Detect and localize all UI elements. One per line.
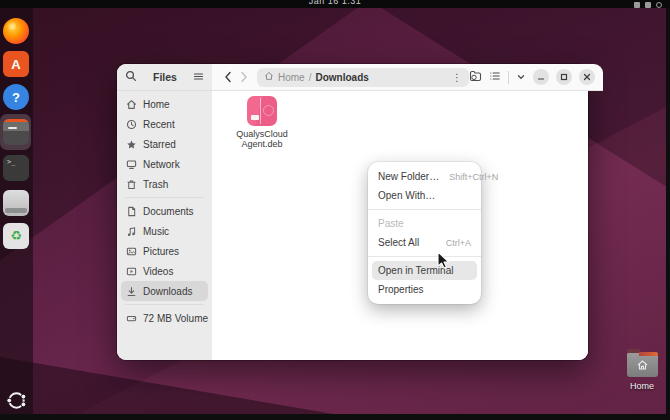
sidebar: Home Recent Starred Network Trash xyxy=(117,91,212,360)
files-app-icon[interactable] xyxy=(3,119,29,145)
firefox-icon[interactable] xyxy=(3,18,29,44)
sidebar-item-trash[interactable]: Trash xyxy=(121,174,208,194)
header-actions xyxy=(469,68,595,86)
sidebar-item-label: Home xyxy=(143,99,170,110)
close-button[interactable] xyxy=(579,69,595,85)
trash-icon[interactable]: ♻ xyxy=(3,223,29,249)
sidebar-item-downloads[interactable]: Downloads xyxy=(121,281,208,301)
files-window: Files Home / Downloads xyxy=(117,64,588,360)
new-tab-icon[interactable] xyxy=(469,68,482,86)
terminal-icon[interactable]: >_ xyxy=(3,155,29,181)
desktop-icon-label: Home xyxy=(620,381,664,391)
sidebar-item-videos[interactable]: Videos xyxy=(121,261,208,281)
sidebar-item-label: 72 MB Volume xyxy=(143,313,208,324)
deb-emblem-icon xyxy=(263,105,274,116)
network-icon xyxy=(634,2,640,8)
sidebar-item-label: Starred xyxy=(143,139,176,150)
sidebar-item-recent[interactable]: Recent xyxy=(121,114,208,134)
screen-edge xyxy=(0,414,670,420)
forward-button[interactable] xyxy=(236,69,252,85)
volume-icon xyxy=(645,2,651,8)
back-button[interactable] xyxy=(220,69,236,85)
path-more-icon[interactable]: ⋮ xyxy=(452,72,462,83)
sidebar-item-label: Pictures xyxy=(143,246,179,257)
sidebar-item-label: Recent xyxy=(143,119,175,130)
minimize-button[interactable] xyxy=(533,69,549,85)
menu-item-properties[interactable]: Properties xyxy=(372,280,477,299)
menu-item-paste[interactable]: Paste xyxy=(372,214,477,233)
sidebar-headerbar: Files xyxy=(117,64,212,91)
sidebar-item-documents[interactable]: Documents xyxy=(121,201,208,221)
hamburger-menu-icon[interactable] xyxy=(193,68,204,86)
context-menu: New Folder… Shift+Ctrl+N Open With… Past… xyxy=(368,162,481,304)
file-name-label: QualysCloud Agent.deb xyxy=(230,129,294,149)
shortcut-label: Ctrl+A xyxy=(446,238,471,248)
menu-item-select-all[interactable]: Select All Ctrl+A xyxy=(372,233,477,252)
top-panel: Jan 16 1:31 xyxy=(0,0,670,8)
window-title: Files xyxy=(137,71,193,83)
divider xyxy=(508,71,509,84)
sidebar-item-starred[interactable]: Starred xyxy=(121,134,208,154)
breadcrumb[interactable]: Home / Downloads ⋮ xyxy=(257,68,469,87)
deb-package-icon xyxy=(247,96,277,126)
home-folder-icon xyxy=(627,352,658,377)
menu-separator xyxy=(368,256,481,257)
sidebar-item-label: Videos xyxy=(143,266,173,277)
sidebar-item-music[interactable]: Music xyxy=(121,221,208,241)
desktop-home-shortcut[interactable]: Home xyxy=(620,352,664,391)
sidebar-item-label: Network xyxy=(143,159,180,170)
screen-edge xyxy=(666,0,670,420)
help-icon[interactable]: ? xyxy=(3,84,29,110)
menu-item-open-with[interactable]: Open With… xyxy=(372,186,477,205)
content-headerbar: Home / Downloads ⋮ xyxy=(212,64,603,91)
status-area[interactable] xyxy=(634,2,662,8)
power-icon xyxy=(656,2,662,8)
menu-item-open-in-terminal[interactable]: Open in Terminal xyxy=(372,261,477,280)
sidebar-item-volume[interactable]: 72 MB Volume xyxy=(121,308,208,328)
menu-separator xyxy=(368,209,481,210)
sidebar-item-pictures[interactable]: Pictures xyxy=(121,241,208,261)
drive-icon[interactable] xyxy=(3,190,29,216)
search-icon[interactable] xyxy=(125,68,137,86)
ubuntu-software-icon[interactable]: A xyxy=(3,51,29,77)
breadcrumb-current[interactable]: Downloads xyxy=(315,72,368,83)
ubuntu-logo-icon[interactable] xyxy=(5,389,28,412)
maximize-button[interactable] xyxy=(556,69,572,85)
dock: A ? >_ ♻ xyxy=(0,8,33,414)
home-icon xyxy=(264,71,274,83)
breadcrumb-home[interactable]: Home xyxy=(278,72,305,83)
sidebar-item-label: Music xyxy=(143,226,169,237)
chevron-down-icon[interactable] xyxy=(516,68,526,86)
sidebar-item-label: Documents xyxy=(143,206,194,217)
clock-label[interactable]: Jan 16 1:31 xyxy=(0,0,670,6)
sidebar-separator xyxy=(125,304,204,305)
list-view-icon[interactable] xyxy=(489,68,501,86)
sidebar-item-network[interactable]: Network xyxy=(121,154,208,174)
breadcrumb-separator: / xyxy=(309,72,312,83)
menu-item-new-folder[interactable]: New Folder… Shift+Ctrl+N xyxy=(372,167,477,186)
desktop-screen: Jan 16 1:31 A ? >_ ♻ xyxy=(0,0,670,420)
headerbar: Files Home / Downloads xyxy=(117,64,588,91)
sidebar-item-label: Downloads xyxy=(143,286,192,297)
sidebar-separator xyxy=(125,197,204,198)
file-qualys-deb[interactable]: QualysCloud Agent.deb xyxy=(230,96,294,149)
sidebar-item-label: Trash xyxy=(143,179,168,190)
sidebar-item-home[interactable]: Home xyxy=(121,94,208,114)
shortcut-label: Shift+Ctrl+N xyxy=(449,172,498,182)
